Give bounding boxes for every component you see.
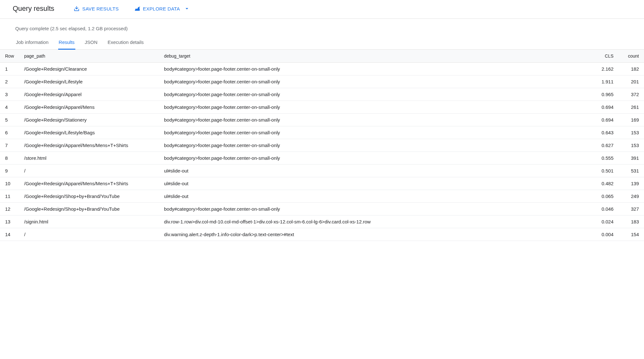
cell-page-path: /Google+Redesign/Stationery bbox=[19, 114, 159, 126]
cell-page-path: /Google+Redesign/Lifestyle bbox=[19, 75, 159, 88]
cell-count: 153 bbox=[619, 126, 644, 139]
table-row: 14/div.warning.alert.z-depth-1.info-colo… bbox=[0, 228, 644, 241]
cell-debug-target: ul#slide-out bbox=[159, 177, 593, 190]
result-tabs: Job informationResultsJSONExecution deta… bbox=[0, 34, 644, 50]
cell-cls: 2.162 bbox=[593, 63, 619, 75]
cell-debug-target: body#category>footer.page-footer.center-… bbox=[159, 114, 593, 126]
table-row: 5/Google+Redesign/Stationerybody#categor… bbox=[0, 114, 644, 126]
col-header-row[interactable]: Row bbox=[0, 50, 19, 63]
table-row: 11/Google+Redesign/Shop+by+Brand/YouTube… bbox=[0, 190, 644, 203]
cell-cls: 1.911 bbox=[593, 75, 619, 88]
cell-cls: 0.694 bbox=[593, 114, 619, 126]
explore-data-label: EXPLORE DATA bbox=[143, 6, 180, 11]
table-row: 1/Google+Redesign/Clearancebody#category… bbox=[0, 63, 644, 75]
table-row: 13/signin.htmldiv.row-1.row>div.col-md-1… bbox=[0, 215, 644, 228]
cell-debug-target: ul#slide-out bbox=[159, 165, 593, 177]
cell-cls: 0.046 bbox=[593, 203, 619, 215]
cell-cls: 0.004 bbox=[593, 228, 619, 241]
cell-row-number: 4 bbox=[0, 101, 19, 114]
cell-row-number: 3 bbox=[0, 88, 19, 101]
cell-page-path: /Google+Redesign/Clearance bbox=[19, 63, 159, 75]
col-header-cls[interactable]: CLS bbox=[593, 50, 619, 63]
cell-count: 183 bbox=[619, 215, 644, 228]
cell-page-path: /Google+Redesign/Apparel/Mens/Mens+T+Shi… bbox=[19, 139, 159, 152]
cell-count: 391 bbox=[619, 152, 644, 165]
header-actions: SAVE RESULTS EXPLORE DATA bbox=[73, 5, 190, 12]
cell-page-path: /Google+Redesign/Shop+by+Brand/YouTube bbox=[19, 190, 159, 203]
cell-debug-target: body#category>footer.page-footer.center-… bbox=[159, 88, 593, 101]
cell-page-path: / bbox=[19, 165, 159, 177]
query-status: Query complete (2.5 sec elapsed, 1.2 GB … bbox=[0, 19, 644, 34]
tab-json[interactable]: JSON bbox=[84, 37, 98, 50]
cell-count: 169 bbox=[619, 114, 644, 126]
tab-results[interactable]: Results bbox=[58, 37, 75, 50]
cell-debug-target: body#category>footer.page-footer.center-… bbox=[159, 63, 593, 75]
table-row: 9/ul#slide-out0.501531 bbox=[0, 165, 644, 177]
cell-page-path: /Google+Redesign/Shop+by+Brand/YouTube bbox=[19, 203, 159, 215]
cell-debug-target: body#category>footer.page-footer.center-… bbox=[159, 126, 593, 139]
explore-data-button[interactable]: EXPLORE DATA bbox=[134, 5, 190, 12]
cell-cls: 0.501 bbox=[593, 165, 619, 177]
col-header-page-path[interactable]: page_path bbox=[19, 50, 159, 63]
table-row: 6/Google+Redesign/Lifestyle/Bagsbody#cat… bbox=[0, 126, 644, 139]
cell-row-number: 14 bbox=[0, 228, 19, 241]
cell-cls: 0.694 bbox=[593, 101, 619, 114]
cell-row-number: 1 bbox=[0, 63, 19, 75]
cell-count: 261 bbox=[619, 101, 644, 114]
table-row: 12/Google+Redesign/Shop+by+Brand/YouTube… bbox=[0, 203, 644, 215]
table-row: 3/Google+Redesign/Apparelbody#category>f… bbox=[0, 88, 644, 101]
tab-execution-details[interactable]: Execution details bbox=[107, 37, 144, 50]
cell-row-number: 6 bbox=[0, 126, 19, 139]
table-row: 7/Google+Redesign/Apparel/Mens/Mens+T+Sh… bbox=[0, 139, 644, 152]
cell-debug-target: body#category>footer.page-footer.center-… bbox=[159, 75, 593, 88]
cell-count: 153 bbox=[619, 139, 644, 152]
col-header-count[interactable]: count bbox=[619, 50, 644, 63]
tab-job-information[interactable]: Job information bbox=[15, 37, 49, 50]
cell-row-number: 12 bbox=[0, 203, 19, 215]
cell-cls: 0.482 bbox=[593, 177, 619, 190]
table-row: 4/Google+Redesign/Apparel/Mensbody#categ… bbox=[0, 101, 644, 114]
cell-cls: 0.024 bbox=[593, 215, 619, 228]
cell-count: 327 bbox=[619, 203, 644, 215]
cell-count: 139 bbox=[619, 177, 644, 190]
cell-debug-target: div.row-1.row>div.col-md-10.col-md-offse… bbox=[159, 215, 593, 228]
cell-page-path: /Google+Redesign/Lifestyle/Bags bbox=[19, 126, 159, 139]
cell-row-number: 7 bbox=[0, 139, 19, 152]
table-row: 8/store.htmlbody#category>footer.page-fo… bbox=[0, 152, 644, 165]
save-results-label: SAVE RESULTS bbox=[82, 6, 119, 11]
cell-count: 154 bbox=[619, 228, 644, 241]
col-header-debug-target[interactable]: debug_target bbox=[159, 50, 593, 63]
cell-count: 249 bbox=[619, 190, 644, 203]
cell-page-path: /Google+Redesign/Apparel/Mens bbox=[19, 101, 159, 114]
save-results-button[interactable]: SAVE RESULTS bbox=[73, 5, 119, 12]
cell-row-number: 10 bbox=[0, 177, 19, 190]
cell-row-number: 2 bbox=[0, 75, 19, 88]
cell-count: 182 bbox=[619, 63, 644, 75]
cell-debug-target: body#category>footer.page-footer.center-… bbox=[159, 139, 593, 152]
cell-row-number: 13 bbox=[0, 215, 19, 228]
cell-row-number: 8 bbox=[0, 152, 19, 165]
cell-cls: 0.555 bbox=[593, 152, 619, 165]
results-header: Query results SAVE RESULTS EXPLORE DATA bbox=[0, 0, 644, 19]
results-tbody: 1/Google+Redesign/Clearancebody#category… bbox=[0, 63, 644, 241]
table-row: 10/Google+Redesign/Apparel/Mens/Mens+T+S… bbox=[0, 177, 644, 190]
cell-row-number: 9 bbox=[0, 165, 19, 177]
table-header-row: Row page_path debug_target CLS count bbox=[0, 50, 644, 63]
cell-cls: 0.065 bbox=[593, 190, 619, 203]
page-title: Query results bbox=[13, 4, 54, 13]
table-row: 2/Google+Redesign/Lifestylebody#category… bbox=[0, 75, 644, 88]
cell-page-path: /store.html bbox=[19, 152, 159, 165]
cell-row-number: 5 bbox=[0, 114, 19, 126]
results-table: Row page_path debug_target CLS count 1/G… bbox=[0, 50, 644, 241]
cell-debug-target: body#category>footer.page-footer.center-… bbox=[159, 152, 593, 165]
chevron-down-icon bbox=[184, 5, 190, 12]
cell-page-path: /Google+Redesign/Apparel bbox=[19, 88, 159, 101]
cell-cls: 0.965 bbox=[593, 88, 619, 101]
cell-page-path: /signin.html bbox=[19, 215, 159, 228]
cell-row-number: 11 bbox=[0, 190, 19, 203]
cell-page-path: / bbox=[19, 228, 159, 241]
cell-debug-target: div.warning.alert.z-depth-1.info-color-d… bbox=[159, 228, 593, 241]
cell-count: 531 bbox=[619, 165, 644, 177]
cell-debug-target: body#category>footer.page-footer.center-… bbox=[159, 101, 593, 114]
cell-count: 372 bbox=[619, 88, 644, 101]
